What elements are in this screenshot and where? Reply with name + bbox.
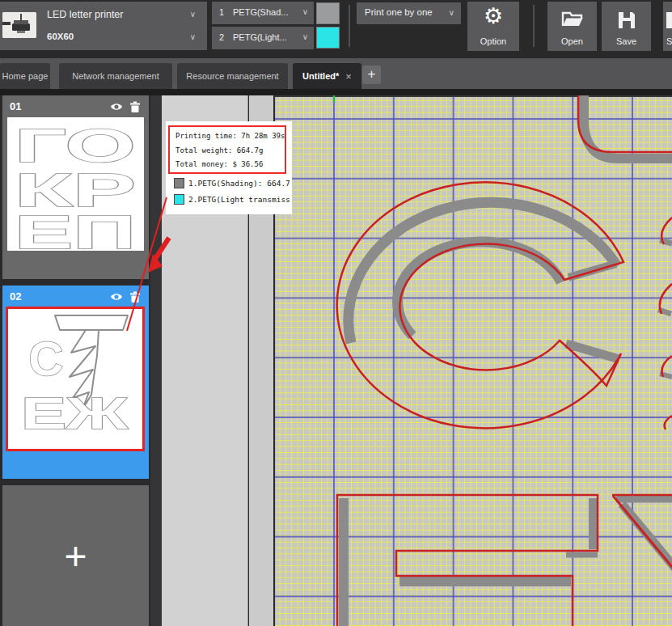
- toolbar-separator: [533, 5, 535, 47]
- plus-icon: +: [64, 534, 87, 578]
- tab-resource-management[interactable]: Resource management: [177, 63, 288, 89]
- page-number: 02: [10, 290, 21, 302]
- printer-size-label: 60X60: [47, 32, 74, 41]
- printer-photo-icon: [2, 12, 36, 38]
- print-mode-select[interactable]: Print one by one ∨: [357, 2, 461, 24]
- tab-bar: Home page Network management Resource ma…: [0, 58, 672, 89]
- printer-selector-group: LED letter printer ∨ 60X60 ∨: [0, 2, 207, 50]
- trash-icon[interactable]: [129, 290, 142, 303]
- svg-text:ЕП: ЕП: [15, 205, 136, 251]
- print-plate-grid[interactable]: [273, 95, 672, 626]
- material-2-color-swatch[interactable]: [316, 27, 340, 49]
- add-page-button[interactable]: +: [2, 485, 149, 626]
- send-icon: [663, 11, 672, 33]
- gear-icon: ⚙: [467, 2, 519, 31]
- tab-home-page[interactable]: Home page: [0, 63, 50, 89]
- trash-icon[interactable]: [129, 100, 142, 113]
- eye-icon[interactable]: [110, 290, 123, 303]
- tab-label: Resource management: [186, 71, 278, 81]
- tab-label: Untitled*: [302, 71, 339, 81]
- sidebar-scrollbar[interactable]: [150, 95, 162, 626]
- page-card-02-header: 02: [2, 286, 149, 307]
- legend-label-2: 2.PETG(Light transmiss: [188, 195, 290, 204]
- total-money: Total money: $ 36.56: [175, 159, 285, 171]
- printer-model-select[interactable]: LED letter printer ∨: [45, 6, 202, 25]
- printer-model-label: LED letter printer: [47, 9, 123, 20]
- toolbar: LED letter printer ∨ 60X60 ∨ 1 PETG(Shad…: [0, 0, 672, 58]
- printing-time: Printing time: 7h 28m 39s: [175, 130, 285, 143]
- tab-untitled-active[interactable]: Untitled* ×: [293, 63, 361, 89]
- open-folder-icon: [547, 11, 597, 32]
- total-weight: Total weight: 664.7g: [175, 145, 285, 158]
- pages-sidebar: 01 ГО КР: [0, 95, 162, 626]
- page-thumbnail-02[interactable]: С ЕЖ: [6, 307, 145, 451]
- material-2-number: 2: [219, 32, 224, 42]
- material-1-color-swatch[interactable]: [316, 2, 340, 24]
- material-1-number: 1: [219, 7, 224, 17]
- page-number: 01: [10, 100, 21, 112]
- chevron-down-icon: ∨: [302, 32, 308, 41]
- legend-swatch-2: [174, 194, 184, 205]
- open-button[interactable]: Open: [547, 2, 597, 51]
- legend-swatch-1: [174, 178, 184, 188]
- material-2-select[interactable]: 2 PETG(Light... ∨: [212, 27, 314, 49]
- svg-text:С: С: [28, 332, 63, 386]
- eye-icon[interactable]: [110, 100, 123, 113]
- material-1-label: PETG(Shad...: [233, 7, 288, 17]
- tab-network-management[interactable]: Network management: [59, 63, 172, 89]
- toolbar-separator: [349, 5, 350, 47]
- print-info-tooltip: Printing time: 7h 28m 39s Total weight: …: [166, 121, 292, 214]
- svg-text:ЕЖ: ЕЖ: [21, 387, 129, 438]
- print-info-highlight-box: Printing time: 7h 28m 39s Total weight: …: [168, 125, 286, 174]
- material-2-label: PETG(Light...: [233, 32, 287, 42]
- save-button-label: Save: [602, 36, 651, 46]
- new-tab-button[interactable]: +: [362, 66, 381, 84]
- close-icon[interactable]: ×: [345, 70, 352, 82]
- tabbar-bottom-edge: [0, 89, 672, 95]
- page-card-01-header: 01: [2, 95, 149, 117]
- page-thumbnail-01[interactable]: ГО КР ЕП: [7, 117, 144, 251]
- page-card-02-selected[interactable]: 02 С: [2, 286, 149, 479]
- option-button[interactable]: ⚙ Option: [467, 2, 519, 51]
- tab-label: Network management: [72, 71, 159, 81]
- chevron-down-icon: ∨: [449, 8, 454, 17]
- legend-material-2: 2.PETG(Light transmiss: [174, 194, 290, 205]
- printer-size-select[interactable]: 60X60 ∨: [45, 28, 202, 48]
- save-button[interactable]: Save: [602, 2, 651, 51]
- save-floppy-icon: [602, 11, 651, 33]
- chevron-down-icon: ∨: [190, 10, 196, 19]
- page-card-01[interactable]: 01 ГО КР: [2, 95, 149, 279]
- chevron-down-icon: ∨: [302, 7, 308, 16]
- legend-material-1: 1.PETG(Shading): 664.7: [174, 178, 290, 188]
- send-button-label: S: [666, 36, 672, 46]
- legend-label-1: 1.PETG(Shading): 664.7: [188, 179, 290, 188]
- send-button-partial[interactable]: S: [663, 2, 672, 51]
- chevron-down-icon: ∨: [190, 32, 196, 41]
- material-1-select[interactable]: 1 PETG(Shad... ∨: [212, 2, 314, 24]
- option-button-label: Option: [467, 36, 519, 46]
- open-button-label: Open: [547, 36, 597, 46]
- print-mode-label: Print one by one: [365, 7, 433, 17]
- tab-label: Home page: [2, 71, 49, 81]
